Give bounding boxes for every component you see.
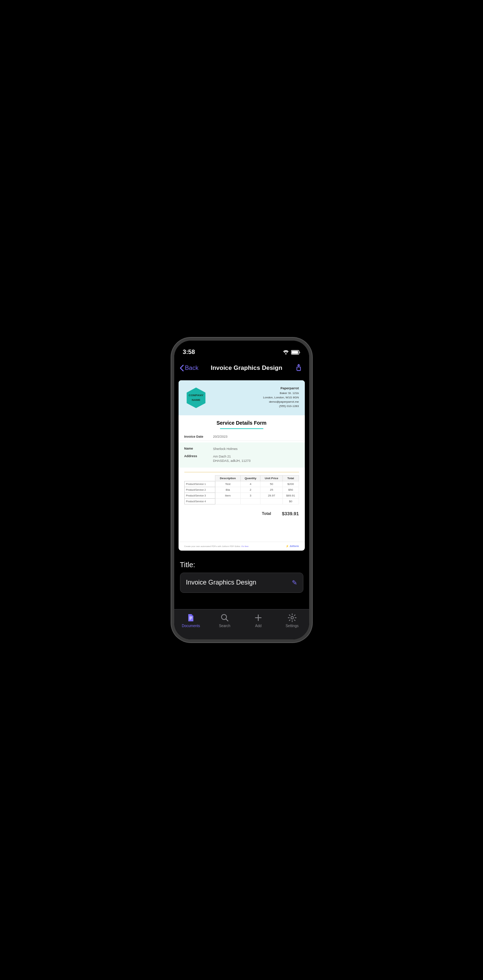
table-row: Product/Service 3 Item 3 29.97 $89.91 (184, 493, 299, 498)
invoice-preview: COMPANY NAME Paperparrot Baker St. 121b … (178, 380, 305, 550)
address-line2: DHASDAS, adkJH, 11273 (213, 458, 251, 463)
qty-1: 4 (241, 481, 261, 487)
wifi-icon (283, 350, 289, 354)
total-3: $89.91 (283, 493, 299, 498)
jotform-logo: ⚡ Jotform (286, 545, 299, 548)
col-header-empty (184, 475, 215, 481)
table-row: Product/Service 4 $0 (184, 498, 299, 504)
back-label: Back (185, 364, 199, 372)
col-header-description: Description (215, 475, 240, 481)
status-time: 3:58 (183, 348, 195, 356)
share-icon (294, 363, 303, 372)
address-label: Address (184, 454, 213, 458)
price-4 (261, 498, 283, 504)
service-4: Product/Service 4 (184, 498, 215, 504)
qty-4 (241, 498, 261, 504)
total-2: $50 (283, 487, 299, 493)
phone-screen: 3:58 B (174, 340, 309, 640)
svg-point-0 (285, 353, 286, 354)
svg-rect-9 (189, 619, 191, 619)
svg-marker-4 (186, 388, 205, 408)
title-input-box[interactable]: Invoice Graphics Design ✎ (180, 573, 303, 593)
service-1: Product/Service 1 (184, 481, 215, 487)
svg-text:COMPANY: COMPANY (189, 394, 203, 397)
svg-text:NAME: NAME (192, 398, 200, 402)
bottom-spacer (174, 597, 309, 605)
total-label: Total (262, 511, 271, 515)
name-value: Sherlock Holmes (213, 447, 238, 452)
service-2: Product/Service 2 (184, 487, 215, 493)
company-info: Paperparrot Baker St. 121b London, Londo… (263, 386, 299, 409)
desc-1: Test (215, 481, 240, 487)
search-icon (220, 613, 229, 622)
tab-settings-label: Settings (286, 624, 299, 628)
items-divider (184, 472, 299, 473)
desc-3: Item (215, 493, 240, 498)
total-value: $339.91 (282, 511, 299, 516)
invoice-footer: Create your own automated PDFs with Jotf… (178, 542, 305, 550)
col-header-quantity: Quantity (241, 475, 261, 481)
back-button[interactable]: Back (180, 364, 199, 372)
name-label: Name (184, 447, 213, 450)
nav-title: Invoice Graphics Design (211, 364, 282, 372)
invoice-spacer (178, 520, 305, 542)
chevron-left-icon (180, 365, 184, 371)
svg-rect-8 (189, 618, 192, 619)
desc-2: Bla (215, 487, 240, 493)
tab-settings[interactable]: Settings (275, 613, 309, 628)
provider-phone: (555) 010-1283 (263, 404, 299, 409)
form-title: Service Details Form (178, 415, 305, 428)
provider-city: London, London, W1G 8GN (263, 396, 299, 400)
svg-point-14 (291, 617, 293, 619)
svg-line-11 (226, 619, 228, 621)
total-1: $200 (283, 481, 299, 487)
title-section: Title: Invoice Graphics Design ✎ (174, 554, 309, 597)
client-address-row: Address Am Dach 21 DHASDAS, adkJH, 11273 (184, 453, 299, 465)
tab-search[interactable]: Search (208, 613, 242, 628)
edit-icon[interactable]: ✎ (292, 579, 297, 587)
svg-rect-3 (297, 367, 300, 371)
client-section: Name Sherlock Holmes Address Am Dach 21 … (178, 442, 305, 468)
items-table: Description Quantity Unit Price Total Pr… (184, 475, 299, 504)
qty-2: 2 (241, 487, 261, 493)
total-4: $0 (283, 498, 299, 504)
teal-divider (220, 428, 263, 429)
documents-icon (186, 613, 195, 622)
provider-name: Paperparrot (263, 386, 299, 391)
company-logo: COMPANY NAME (184, 386, 208, 409)
price-1: 50 (261, 481, 283, 487)
title-label: Title: (180, 561, 303, 569)
price-2: 25 (261, 487, 283, 493)
total-row: Total $339.91 (178, 508, 305, 520)
tab-add[interactable]: Add (242, 613, 276, 628)
tab-documents[interactable]: Documents (174, 613, 208, 628)
col-header-total: Total (283, 475, 299, 481)
status-icons (283, 350, 300, 355)
invoice-header: COMPANY NAME Paperparrot Baker St. 121b … (178, 380, 305, 415)
add-icon (254, 613, 263, 622)
tab-search-label: Search (219, 624, 230, 628)
tab-documents-label: Documents (182, 624, 200, 628)
address-line1: Am Dach 21 (213, 454, 251, 459)
invoice-date-row: Invoice Date 20/2/2023 (178, 433, 305, 441)
provider-email: demo@paperparrot.me (263, 400, 299, 404)
footer-text: Create your own automated PDFs with Jotf… (184, 545, 248, 547)
table-row: Product/Service 1 Test 4 50 $200 (184, 481, 299, 487)
items-section: Description Quantity Unit Price Total Pr… (178, 469, 305, 508)
status-bar: 3:58 (174, 340, 309, 359)
invoice-date-value: 20/2/2023 (213, 435, 227, 438)
phone-frame: 3:58 B (172, 338, 312, 642)
table-row: Product/Service 2 Bla 2 25 $50 (184, 487, 299, 493)
tab-add-label: Add (255, 624, 262, 628)
svg-rect-2 (291, 351, 298, 353)
price-3: 29.97 (261, 493, 283, 498)
service-3: Product/Service 3 (184, 493, 215, 498)
client-name-row: Name Sherlock Holmes (184, 445, 299, 453)
title-input-text: Invoice Graphics Design (186, 579, 256, 586)
qty-3: 3 (241, 493, 261, 498)
main-content[interactable]: COMPANY NAME Paperparrot Baker St. 121b … (174, 377, 309, 609)
col-header-unitprice: Unit Price (261, 475, 283, 481)
nav-bar: Back Invoice Graphics Design (174, 359, 309, 377)
share-button[interactable] (294, 363, 303, 373)
address-value: Am Dach 21 DHASDAS, adkJH, 11273 (213, 454, 251, 463)
